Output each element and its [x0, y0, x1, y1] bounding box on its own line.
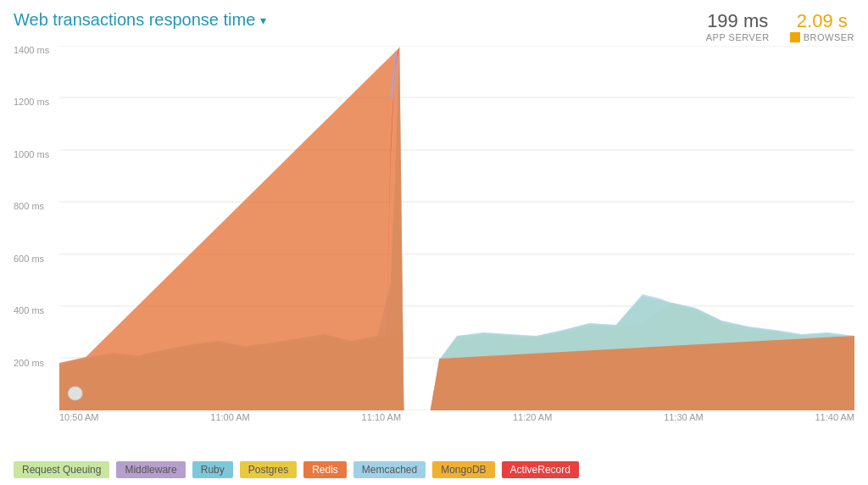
chart-title: Web transactions response time [14, 10, 255, 30]
x-label-1130: 11:30 AM [664, 412, 703, 422]
legend-mongodb[interactable]: MongoDB [432, 461, 494, 478]
main-container: Web transactions response time ▾ 199 ms … [0, 0, 868, 485]
browser-color-swatch [790, 32, 800, 42]
browser-value: 2.09 s [797, 10, 848, 32]
legend-label-activerecord: ActiveRecord [510, 464, 570, 476]
y-label-800: 800 ms [14, 202, 49, 211]
legend-memcached[interactable]: Memcached [353, 461, 426, 478]
app-server-stat: 199 ms APP SERVER [706, 10, 770, 42]
y-label-400: 400 ms [14, 306, 49, 315]
chart-grid [59, 46, 854, 410]
y-label-600: 600 ms [14, 254, 49, 264]
y-axis: 1400 ms 1200 ms 1000 ms 800 ms 600 ms 40… [14, 46, 49, 410]
y-label-1000: 1000 ms [14, 150, 49, 159]
y-label-1400: 1400 ms [14, 46, 49, 55]
y-label-200: 200 ms [14, 359, 49, 368]
legend-label-middleware: Middleware [125, 464, 176, 476]
legend: Request Queuing Middleware Ruby Postgres… [0, 454, 868, 485]
title-area: Web transactions response time ▾ [14, 10, 266, 30]
legend-request-queuing[interactable]: Request Queuing [14, 461, 109, 478]
chart-area: 1400 ms 1200 ms 1000 ms 800 ms 600 ms 40… [0, 46, 868, 444]
queuing-indicator [68, 387, 82, 400]
legend-middleware[interactable]: Middleware [116, 461, 185, 478]
browser-label-row: BROWSER [790, 32, 854, 42]
x-axis: 10:50 AM 11:00 AM 11:10 AM 11:20 AM 11:3… [59, 412, 854, 422]
x-label-1110: 11:10 AM [362, 412, 401, 422]
y-label-1200: 1200 ms [14, 98, 49, 107]
x-label-1100: 11:00 AM [210, 412, 249, 422]
header: Web transactions response time ▾ 199 ms … [0, 0, 868, 42]
app-server-label: APP SERVER [706, 32, 770, 42]
x-label-1050: 10:50 AM [59, 412, 98, 422]
x-label-1120: 11:20 AM [513, 412, 552, 422]
legend-label-request-queuing: Request Queuing [22, 464, 101, 476]
chart-svg [59, 46, 854, 410]
dropdown-icon[interactable]: ▾ [260, 14, 266, 27]
legend-label-redis: Redis [312, 464, 338, 476]
app-server-value: 199 ms [707, 10, 768, 32]
browser-label: BROWSER [804, 32, 854, 42]
legend-redis[interactable]: Redis [303, 461, 347, 478]
stats-area: 199 ms APP SERVER 2.09 s BROWSER [706, 10, 854, 42]
legend-label-ruby: Ruby [201, 464, 225, 476]
legend-postgres[interactable]: Postgres [240, 461, 297, 478]
legend-label-mongodb: MongoDB [441, 464, 486, 476]
legend-label-memcached: Memcached [362, 464, 417, 476]
legend-activerecord[interactable]: ActiveRecord [502, 461, 579, 478]
legend-ruby[interactable]: Ruby [192, 461, 233, 478]
legend-label-postgres: Postgres [248, 464, 288, 476]
browser-stat: 2.09 s BROWSER [790, 10, 854, 42]
x-label-1140: 11:40 AM [815, 412, 854, 422]
